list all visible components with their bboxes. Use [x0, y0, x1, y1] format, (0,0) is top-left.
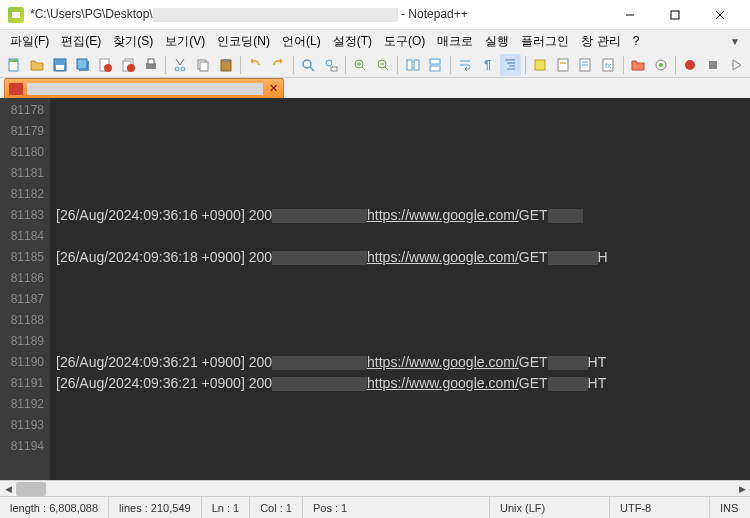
minimize-button[interactable]	[607, 1, 652, 29]
code-line[interactable]	[50, 100, 750, 121]
menu-file[interactable]: 파일(F)	[4, 31, 55, 52]
close-button[interactable]	[697, 1, 742, 29]
statusbar: length : 6,808,088 lines : 210,549 Ln : …	[0, 496, 750, 518]
code-line[interactable]	[50, 436, 750, 457]
status-mode[interactable]: INS	[710, 497, 750, 518]
close-file-icon[interactable]	[95, 54, 116, 76]
file-tab[interactable]: ✕	[4, 78, 284, 98]
code-line[interactable]: [26/Aug/2024:09:36:21 +0900] 200 https:/…	[50, 352, 750, 373]
menu-search[interactable]: 찾기(S)	[107, 31, 159, 52]
record-icon[interactable]	[680, 54, 701, 76]
stop-icon[interactable]	[703, 54, 724, 76]
undo-icon[interactable]	[245, 54, 266, 76]
close-all-icon[interactable]	[118, 54, 139, 76]
menu-encoding[interactable]: 인코딩(N)	[211, 31, 276, 52]
code-line[interactable]	[50, 394, 750, 415]
code-line[interactable]	[50, 163, 750, 184]
code-line[interactable]	[50, 184, 750, 205]
svg-point-51	[659, 63, 663, 67]
copy-icon[interactable]	[193, 54, 214, 76]
svg-rect-35	[414, 60, 419, 70]
tabbar: ✕	[0, 78, 750, 98]
menu-help[interactable]: ?	[627, 32, 646, 50]
code-line[interactable]	[50, 268, 750, 289]
redacted-text	[548, 377, 588, 391]
svg-rect-16	[148, 59, 154, 64]
sync-v-icon[interactable]	[402, 54, 423, 76]
editor[interactable]: 8117881179811808118181182811838118481185…	[0, 98, 750, 480]
menu-run[interactable]: 실행	[479, 31, 515, 52]
monitor-icon[interactable]	[650, 54, 671, 76]
menu-view[interactable]: 보기(V)	[159, 31, 211, 52]
menu-overflow-icon[interactable]: ▼	[724, 36, 746, 47]
show-all-chars-icon[interactable]: ¶	[477, 54, 498, 76]
menu-edit[interactable]: 편집(E)	[55, 31, 107, 52]
code-line[interactable]	[50, 289, 750, 310]
window-title: *C:\Users\PG\Desktop\ - Notepad++	[30, 7, 607, 22]
line-number: 81189	[0, 331, 50, 352]
redacted-text	[272, 356, 367, 370]
svg-point-25	[326, 60, 332, 66]
scroll-thumb[interactable]	[16, 482, 46, 496]
code-line[interactable]	[50, 226, 750, 247]
menu-plugins[interactable]: 플러그인	[515, 31, 575, 52]
code-line[interactable]	[50, 415, 750, 436]
zoom-in-icon[interactable]	[350, 54, 371, 76]
url-link[interactable]: https://www.google.com/	[367, 205, 519, 226]
code-area[interactable]: [26/Aug/2024:09:36:16 +0900] 200 https:/…	[50, 98, 750, 480]
code-line[interactable]	[50, 331, 750, 352]
menu-macro[interactable]: 매크로	[431, 31, 479, 52]
cut-icon[interactable]	[170, 54, 191, 76]
scroll-right-icon[interactable]: ▶	[734, 481, 750, 497]
code-line[interactable]	[50, 142, 750, 163]
replace-icon[interactable]	[320, 54, 341, 76]
code-line[interactable]	[50, 121, 750, 142]
menu-window[interactable]: 창 관리	[575, 31, 626, 52]
print-icon[interactable]	[140, 54, 161, 76]
code-line[interactable]: [26/Aug/2024:09:36:16 +0900] 200 https:/…	[50, 205, 750, 226]
line-number: 81178	[0, 100, 50, 121]
open-file-icon[interactable]	[27, 54, 48, 76]
menu-settings[interactable]: 설정(T)	[327, 31, 378, 52]
toolbar: ¶ fx	[0, 52, 750, 78]
svg-point-18	[181, 67, 185, 71]
code-line[interactable]: [26/Aug/2024:09:36:21 +0900] 200 https:/…	[50, 373, 750, 394]
redo-icon[interactable]	[268, 54, 289, 76]
svg-rect-37	[430, 66, 440, 71]
url-link[interactable]: https://www.google.com/	[367, 352, 519, 373]
code-line[interactable]: [26/Aug/2024:09:36:18 +0900] 200 https:/…	[50, 247, 750, 268]
url-link[interactable]: https://www.google.com/	[367, 373, 519, 394]
line-number: 81194	[0, 436, 50, 457]
status-eol[interactable]: Unix (LF)	[490, 497, 610, 518]
doc-map-icon[interactable]	[552, 54, 573, 76]
find-icon[interactable]	[297, 54, 318, 76]
folder-workspace-icon[interactable]	[627, 54, 648, 76]
horizontal-scrollbar[interactable]: ◀ ▶	[0, 480, 750, 496]
url-link[interactable]: https://www.google.com/	[367, 247, 519, 268]
paste-icon[interactable]	[215, 54, 236, 76]
line-number: 81186	[0, 268, 50, 289]
indent-guide-icon[interactable]	[500, 54, 521, 76]
menubar: 파일(F) 편집(E) 찾기(S) 보기(V) 인코딩(N) 언어(L) 설정(…	[0, 30, 750, 52]
tab-close-icon[interactable]: ✕	[267, 83, 279, 95]
code-line[interactable]	[50, 310, 750, 331]
new-file-icon[interactable]	[4, 54, 25, 76]
maximize-button[interactable]	[652, 1, 697, 29]
save-all-icon[interactable]	[72, 54, 93, 76]
wordwrap-icon[interactable]	[455, 54, 476, 76]
status-encoding[interactable]: UTF-8	[610, 497, 710, 518]
save-icon[interactable]	[49, 54, 70, 76]
sync-h-icon[interactable]	[425, 54, 446, 76]
menu-language[interactable]: 언어(L)	[276, 31, 327, 52]
zoom-out-icon[interactable]	[373, 54, 394, 76]
function-list-icon[interactable]: fx	[598, 54, 619, 76]
app-icon	[8, 7, 24, 23]
redacted-text	[548, 356, 588, 370]
doc-list-icon[interactable]	[575, 54, 596, 76]
play-icon[interactable]	[725, 54, 746, 76]
scroll-left-icon[interactable]: ◀	[0, 481, 16, 497]
menu-tools[interactable]: 도구(O)	[378, 31, 431, 52]
udl-icon[interactable]	[530, 54, 551, 76]
scroll-track[interactable]	[16, 481, 734, 497]
line-number: 81179	[0, 121, 50, 142]
